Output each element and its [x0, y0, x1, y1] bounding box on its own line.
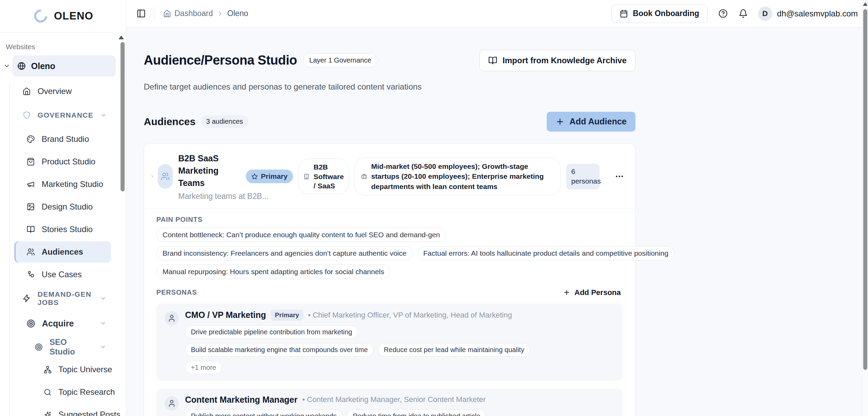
pain-point-pill: Manual repurposing: Hours spent adapting… [156, 265, 390, 279]
page-title-row: Audience/Persona Studio Layer 1 Governan… [144, 44, 635, 77]
breadcrumb-dashboard[interactable]: Dashboard [174, 9, 213, 18]
pain-points-row: Brand inconsistency: Freelancers and age… [156, 246, 623, 260]
sidebar-scroll-up-arrow[interactable] [118, 36, 124, 39]
book-onboarding-label: Book Onboarding [633, 9, 699, 18]
sidebar-item-topic-universe[interactable]: Topic Universe [0, 358, 126, 381]
chevron-down-icon[interactable] [3, 63, 10, 69]
persona-name: CMO / VP Marketing [185, 310, 266, 320]
topbar-right: Book Onboarding D dh@salesmvplab.com [612, 4, 858, 23]
sidebar-item-audiences[interactable]: Audiences [14, 241, 111, 263]
user-email[interactable]: dh@salesmvplab.com [777, 9, 858, 18]
briefcase-icon [361, 174, 367, 179]
audience-avatar [158, 164, 173, 189]
book-open-icon [488, 56, 497, 65]
topbar: Dashboard Oleno Book Onboarding D dh@sal… [126, 0, 868, 27]
add-audience-label: Add Audience [570, 117, 627, 126]
sidebar-scrollbar[interactable] [121, 42, 125, 191]
sidebar-section-governance[interactable]: GOVERNANCE [0, 103, 126, 128]
pain-point-pill: Brand inconsistency: Freelancers and age… [156, 246, 412, 260]
page-subtitle: Define target audiences and personas to … [144, 82, 868, 92]
book-open-icon [27, 225, 35, 233]
sidebar-logo: OLENO [0, 0, 126, 32]
nav-label: Stories Studio [42, 225, 93, 234]
expand-chevron-icon[interactable] [150, 174, 155, 179]
help-circle-icon[interactable] [718, 9, 728, 18]
sidebar-item-stories-studio[interactable]: Stories Studio [0, 218, 126, 241]
oleno-logo-icon [31, 7, 50, 25]
sidebar-item-topic-research[interactable]: Topic Research [0, 381, 126, 403]
chevron-down-icon [100, 112, 107, 118]
sidebar-item-brand-studio[interactable]: Brand Studio [0, 128, 126, 150]
websites-section-label: Websites [6, 43, 126, 51]
sidebar-section-demand-gen-jobs[interactable]: DEMAND-GEN JOBS [0, 286, 126, 311]
pain-points-section: PAIN POINTS Content bottleneck: Can’t pr… [144, 209, 635, 280]
persona-goals: Publish more content without working wee… [185, 410, 615, 416]
scroll-up-arrow[interactable] [863, 2, 868, 6]
users-icon [27, 248, 35, 256]
plus-icon [556, 117, 564, 126]
sidebar: OLENO Websites Oleno Overview GOVERNANCE [0, 0, 126, 416]
site-row: Oleno [3, 55, 116, 77]
nav-label: Marketing Studio [42, 179, 103, 189]
sidebar-item-product-studio[interactable]: Product Studio [0, 150, 126, 173]
user-avatar[interactable]: D [758, 6, 772, 21]
search-icon [44, 388, 52, 396]
add-persona-button[interactable]: Add Persona [561, 288, 623, 297]
more-options-icon[interactable] [613, 171, 626, 182]
pain-point-pill: Content bottleneck: Can’t produce enough… [156, 228, 446, 242]
chevron-down-icon [100, 320, 106, 326]
sidebar-item-use-cases[interactable]: Use Cases [0, 263, 126, 286]
book-onboarding-button[interactable]: Book Onboarding [612, 4, 707, 23]
audience-card-header: B2B SaaS Marketing Teams Marketing teams… [144, 144, 635, 209]
persona-card[interactable]: CMO / VP Marketing Primary • Chief Marke… [156, 304, 623, 380]
add-audience-button[interactable]: Add Audience [547, 112, 635, 132]
nav-label: Overview [38, 86, 72, 96]
goal-pill: Build scalable marketing engine that com… [185, 343, 374, 357]
avatar-initial: D [762, 9, 768, 18]
industry-badge: B2B Software / SaaS [298, 159, 349, 194]
home-icon [163, 10, 171, 17]
sidebar-item-suggested-posts[interactable]: Suggested Posts [0, 403, 126, 416]
breadcrumb-current: Oleno [227, 9, 248, 18]
workflow-icon [27, 270, 35, 279]
page-title: Audience/Persona Studio [144, 53, 297, 68]
segment-badge: Mid-market (50-500 employees); Growth-st… [354, 158, 561, 195]
sidebar-item-acquire[interactable]: Acquire [0, 311, 126, 336]
audience-name[interactable]: B2B SaaS Marketing Teams [178, 152, 232, 189]
audience-badges: Primary B2B Software / SaaS Mid-market (… [246, 158, 626, 195]
goal-pill: Drive predictable pipeline contribution … [185, 325, 358, 339]
nav-label: Acquire [42, 319, 74, 328]
audiences-heading: Audiences [144, 116, 196, 128]
persona-primary-badge: Primary [271, 310, 303, 321]
sidebar-nav: Overview GOVERNANCE Brand Studio Product… [0, 80, 126, 388]
sidebar-item-design-studio[interactable]: Design Studio [0, 196, 126, 218]
building-icon [304, 174, 309, 179]
persona-roles: • Content Marketing Manager, Senior Cont… [302, 395, 486, 404]
goal-pill: Reduce time from idea to published artic… [347, 410, 486, 416]
chevron-down-icon [100, 295, 106, 301]
goal-pill: Publish more content without working wee… [185, 410, 342, 416]
sidebar-item-seo-studio[interactable]: SEO Studio [0, 336, 126, 358]
page-scrollbar-track[interactable] [862, 0, 868, 416]
persona-name: Content Marketing Manager [185, 395, 297, 405]
more-goals-pill[interactable]: +1 more [185, 361, 222, 374]
persona-card[interactable]: Content Marketing Manager • Content Mark… [156, 389, 623, 416]
personas-label: PERSONAS [156, 288, 197, 296]
primary-audience-badge: Primary [246, 170, 293, 183]
sidebar-item-marketing-studio[interactable]: Marketing Studio [0, 173, 126, 196]
sidebar-item-overview[interactable]: Overview [0, 80, 126, 103]
user-icon [165, 396, 179, 411]
pain-points-label: PAIN POINTS [156, 216, 623, 224]
bell-icon[interactable] [739, 9, 748, 18]
sidebar-toggle-icon[interactable] [137, 9, 146, 18]
import-knowledge-archive-button[interactable]: Import from Knowledge Archive [479, 50, 635, 71]
star-icon [251, 173, 258, 180]
zap-icon [23, 294, 31, 303]
sidebar-item-oleno-site[interactable]: Oleno [12, 55, 116, 77]
import-button-label: Import from Knowledge Archive [503, 56, 627, 65]
audiences-count-badge: 3 audiences [201, 115, 248, 128]
goal-pill: Reduce cost per lead while maintaining q… [378, 343, 530, 357]
personas-count-badge: 6 personas [566, 164, 600, 189]
page-scrollbar-thumb[interactable] [863, 9, 867, 370]
governance-badge: Layer 1 Governance [303, 53, 377, 67]
